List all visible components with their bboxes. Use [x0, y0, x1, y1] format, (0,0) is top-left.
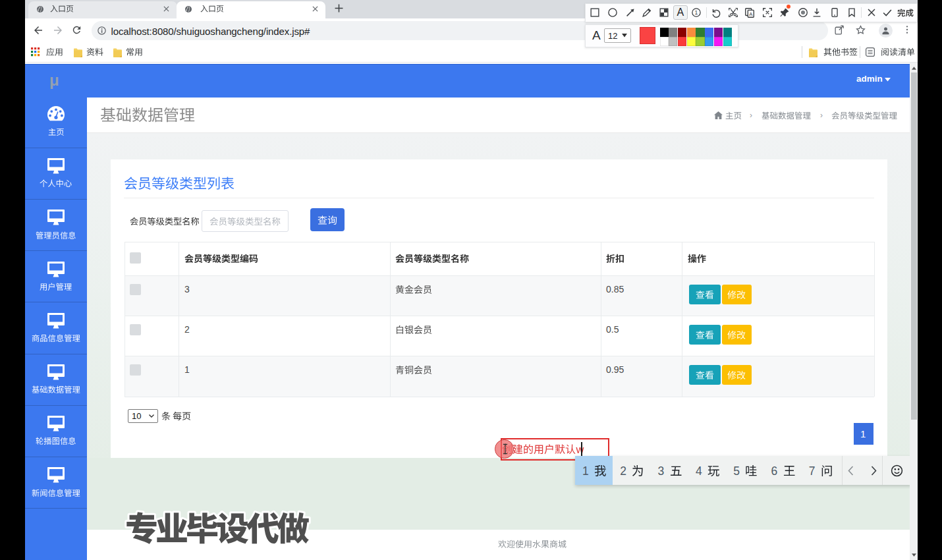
svg-text:A: A [749, 11, 753, 17]
svg-text:1: 1 [695, 9, 698, 16]
